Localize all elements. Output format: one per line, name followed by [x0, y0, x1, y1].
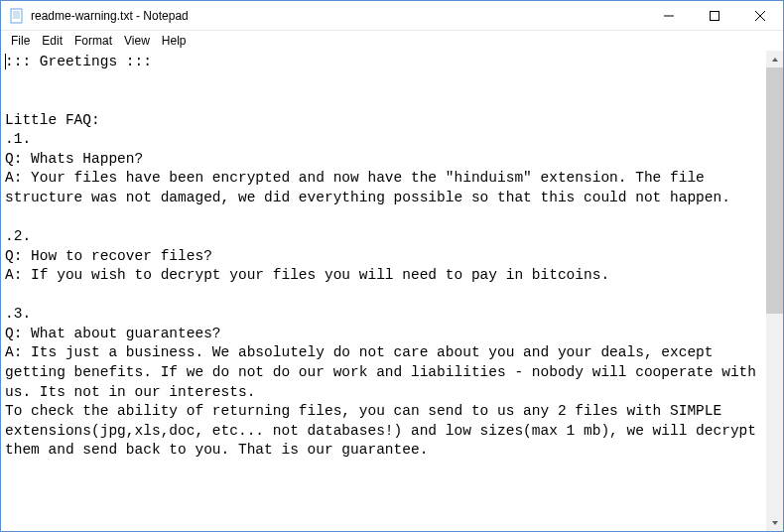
menu-view[interactable]: View [118, 32, 156, 50]
notepad-icon [9, 8, 25, 24]
vertical-scrollbar[interactable] [766, 51, 783, 531]
close-button[interactable] [737, 1, 783, 31]
text-editor[interactable]: ::: Greetings ::: Little FAQ: .1. Q: Wha… [1, 51, 766, 531]
scroll-down-button[interactable] [766, 514, 783, 531]
minimize-button[interactable] [646, 1, 692, 31]
window-controls [646, 1, 783, 31]
window-title: readme-warning.txt - Notepad [31, 9, 646, 23]
svg-rect-6 [711, 11, 719, 20]
svg-marker-9 [772, 58, 778, 62]
menu-edit[interactable]: Edit [36, 32, 68, 50]
menu-format[interactable]: Format [68, 32, 118, 50]
text-cursor [5, 54, 6, 69]
svg-marker-10 [772, 521, 778, 525]
titlebar: readme-warning.txt - Notepad [1, 1, 783, 31]
scroll-up-button[interactable] [766, 51, 783, 67]
scroll-track[interactable] [766, 67, 783, 514]
menubar: File Edit Format View Help [1, 31, 783, 51]
menu-help[interactable]: Help [156, 32, 193, 50]
menu-file[interactable]: File [5, 32, 36, 50]
maximize-button[interactable] [692, 1, 737, 31]
scroll-thumb[interactable] [766, 67, 783, 314]
content-area: ::: Greetings ::: Little FAQ: .1. Q: Wha… [1, 51, 783, 531]
